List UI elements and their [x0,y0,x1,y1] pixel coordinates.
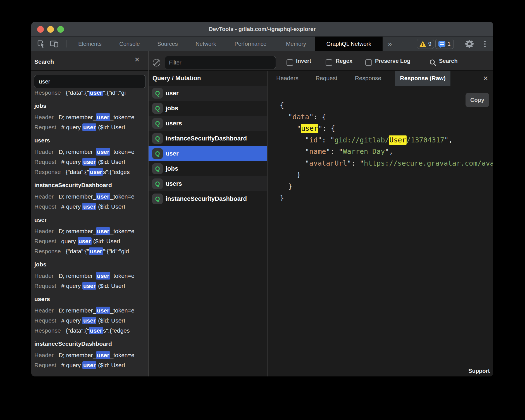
query-list-item[interactable]: QinstanceSecurityDashboard [149,191,267,206]
window-title: DevTools - gitlab.com/-/graphql-explorer [31,22,493,37]
search-match-highlight: user [96,227,110,235]
search-toggle-label[interactable]: Search [439,51,458,71]
search-group-title: instanceSecurityDashboard [34,339,148,349]
search-result-line[interactable]: HeaderD; remember_user_token=e [34,350,148,360]
result-type-label: Header [34,149,54,155]
tab-console[interactable]: Console [119,37,140,51]
checkbox-label: Invert [296,51,311,71]
query-type-badge: Q [152,88,163,99]
device-toolbar-icon[interactable] [50,40,59,48]
search-result-line[interactable]: HeaderD; remember_user_token=e [34,147,148,157]
json-token: ": { [318,124,335,132]
search-result-line[interactable]: Response{"data":{"users":{"edges [34,326,148,336]
close-search-panel-icon[interactable]: × [135,55,140,64]
search-result-line[interactable]: HeaderD; remember_user_token=e [34,271,148,281]
json-line: { [280,99,493,111]
result-text: D; remember_user_token=e [59,113,135,121]
result-text: D; remember_user_token=e [59,351,135,359]
search-input[interactable] [34,75,146,88]
more-tabs-button[interactable]: » [388,37,392,51]
tab-performance[interactable]: Performance [235,37,267,51]
search-icon[interactable] [429,59,437,67]
json-token: ": { [309,113,326,121]
query-list-item[interactable]: Quser [149,146,267,161]
search-panel: Search × Response{"data":{"user":{"id":"… [31,51,148,376]
detail-tab-headers[interactable]: Headers [276,71,298,86]
query-list-item[interactable]: Qjobs [149,161,267,176]
query-list-item[interactable]: Qusers [149,176,267,191]
search-match-highlight: user [301,124,318,133]
panel-divider[interactable] [148,51,149,376]
settings-gear-icon[interactable] [465,39,474,49]
more-options-icon[interactable] [484,41,486,47]
search-group-title: jobs [34,259,148,269]
detail-tab-response-raw-[interactable]: Response (Raw) [395,71,450,86]
json-line: "name": "Warren Day", [280,146,493,157]
json-line: "data": { [280,111,493,123]
response-raw-json: {"data": {"user": {"id": "gid://gitlab/U… [280,99,493,204]
query-list-item[interactable]: Qjobs [149,101,267,116]
close-detail-icon[interactable]: × [483,71,488,86]
support-link[interactable]: Support [468,368,490,374]
checkbox-invert[interactable] [287,59,293,66]
json-token: /13704317 [407,136,444,144]
issues-badge[interactable]: 1 [435,39,454,49]
checkbox-regex[interactable] [326,59,332,66]
json-token: gid://gitlab/ [335,136,389,144]
result-text: D; remember_user_token=e [59,307,135,314]
search-match-highlight: user [96,148,110,156]
detail-tab-request[interactable]: Request [316,71,337,86]
tab-elements[interactable]: Elements [78,37,101,51]
result-text: D; remember_user_token=e [59,227,135,235]
result-type-label: Request [34,283,56,289]
query-name: user [166,86,178,101]
search-result-line[interactable]: Request# query user ($id: UserI [34,316,148,326]
clear-requests-icon[interactable] [153,59,160,66]
panel-divider[interactable] [267,71,268,376]
search-match-highlight: user [78,237,92,245]
warning-icon [419,41,426,47]
checkbox-preserve-log[interactable] [365,59,372,66]
search-result-line[interactable]: Request# query user ($id: UserI [34,202,148,212]
search-result-line[interactable]: Response{"data":{"users":{"edges [34,167,148,177]
query-list-item[interactable]: Qusers [149,116,267,131]
search-result-line[interactable]: Response{"data":{"user":{"id":"gid [34,246,148,256]
search-result-line[interactable]: Request# query user ($id: UserI [34,360,148,370]
search-result-line[interactable]: HeaderD; remember_user_token=e [34,112,148,122]
result-text: # query user ($id: UserI [61,158,125,166]
search-group-title: user [34,215,148,225]
search-result-line[interactable]: Response{"data":{"user":{"id":"gi [34,91,148,98]
search-result-line[interactable]: Request# query user ($id: UserI [34,281,148,291]
search-match-highlight: user [96,307,110,314]
detail-tab-response[interactable]: Response [355,71,381,86]
search-result-line[interactable]: HeaderD; remember_user_token=e [34,226,148,236]
search-match-highlight: user [89,91,103,96]
query-list-item[interactable]: QinstanceSecurityDashboard [149,131,267,146]
search-match-highlight: user [96,351,110,359]
search-panel-header: Search × [31,51,148,71]
query-name: instanceSecurityDashboard [166,131,247,146]
query-list-item[interactable]: Quser [149,86,267,101]
inspect-element-icon[interactable] [37,40,45,48]
query-name: instanceSecurityDashboard [166,191,247,206]
search-panel-title: Search [34,58,54,65]
query-name: jobs [166,101,178,116]
tab-memory[interactable]: Memory [286,37,306,51]
result-text: {"data":{"user":{"id":"gid [66,247,129,255]
query-type-badge: Q [152,103,163,114]
devtools-tab-bar: ElementsConsoleSourcesNetworkPerformance… [31,37,493,51]
search-result-line[interactable]: HeaderD; remember_user_token=e [34,192,148,202]
tab-sources[interactable]: Sources [157,37,178,51]
warnings-badge[interactable]: 9 [417,39,434,49]
tab-network[interactable]: Network [195,37,216,51]
result-type-label: Header [34,352,54,358]
search-result-line[interactable]: Request# query user ($id: UserI [34,122,148,132]
json-token: } [297,171,301,179]
search-result-line[interactable]: Requestquery user ($id: UserI [34,236,148,246]
tab-graphql-network[interactable]: GraphQL Network [315,37,383,51]
json-line: } [280,169,493,181]
search-result-line[interactable]: Request# query user ($id: UserI [34,157,148,167]
search-result-line[interactable]: HeaderD; remember_user_token=e [34,306,148,316]
warning-count: 9 [428,41,431,47]
filter-input[interactable] [165,56,276,69]
